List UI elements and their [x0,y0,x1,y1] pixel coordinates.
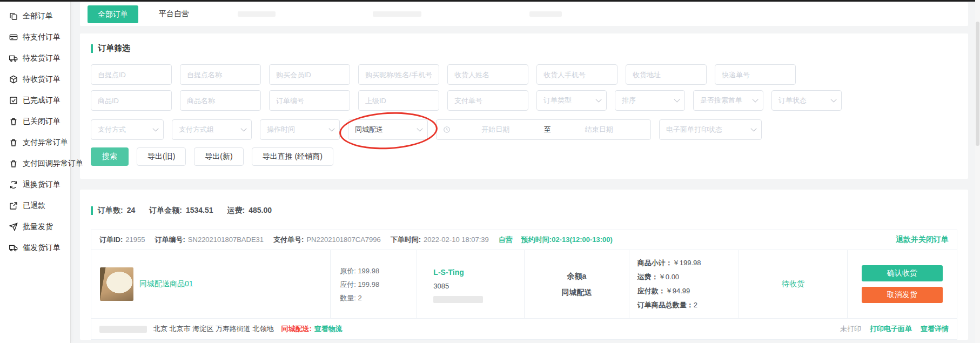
product-id-input[interactable] [91,91,171,110]
first-order-select[interactable]: 是否搜索首单 [693,90,763,111]
sidebar-menu: 全部订单 待支付订单 待发货订单 待收货订单 已完成订单 已关闭订单 支付异常订… [0,5,70,258]
sidebar-item-completed[interactable]: 已完成订单 [0,90,70,111]
parent-id-input[interactable] [359,91,439,110]
sidebar-item-pending-shipment[interactable]: 待发货订单 [0,48,70,69]
end-date-placeholder[interactable]: 结束日期 [554,125,645,134]
payment-no-input[interactable] [448,91,528,110]
sidebar: 全部订单 待支付订单 待发货订单 待收货订单 已完成订单 已关闭订单 支付异常订… [0,0,71,343]
buyer-name[interactable]: L-S-Ting [433,266,524,279]
chevron-down-icon [752,96,758,102]
date-range-picker[interactable]: 开始日期 至 结束日期 [436,119,651,140]
order-status-select[interactable]: 订单状态 [771,90,842,111]
sidebar-item-pending-payment[interactable]: 待支付订单 [0,26,70,48]
operation-time-select[interactable]: 操作时间 [260,119,340,140]
confirm-receipt-button[interactable]: 确认收货 [862,265,943,281]
copy-icon [9,12,18,21]
box-icon [9,75,18,84]
order-footer: 北京 北京市 海淀区 万寿路街道 北领地 同城配送: 查看物流 未打印 打印电子… [91,318,957,339]
pickup-id-input[interactable] [91,65,171,84]
order-item: 订单ID:21955 订单编号:SN2202101807BADE31 支付单号:… [91,230,957,340]
consignee-name-input[interactable] [448,65,528,84]
order-row: 同城配送商品01 原价: 199.98 应付: 199.98 数量: 2 L-S… [91,250,957,318]
main-content: 全部订单 平台自营 订单筛选 订单类型 排序 是否 [71,0,980,343]
order-sn-input[interactable] [270,91,350,110]
sidebar-item-label: 待发货订单 [23,53,61,63]
chevron-down-icon [830,96,836,102]
chevron-down-icon [750,125,756,131]
product-name-input[interactable] [180,91,260,110]
parent-id-field [358,90,439,111]
truck-icon [9,244,18,252]
product-name-field [180,90,261,111]
refund-and-close-link[interactable]: 退款并关闭订单 [896,235,949,245]
view-detail-link[interactable]: 查看详情 [921,324,949,334]
chevron-down-icon [595,96,601,102]
order-type-select[interactable]: 订单类型 [536,90,607,111]
redacted-tab [529,11,562,17]
sidebar-item-callback-exception[interactable]: 支付回调异常订单 [0,153,70,174]
refresh-icon [9,180,18,189]
pickup-name-field [180,64,261,85]
section-accent-bar [91,206,93,215]
sidebar-item-batch-shipment[interactable]: 批量发货 [0,216,70,237]
truck-icon [9,54,18,63]
tab-all-orders[interactable]: 全部订单 [88,5,138,23]
pickup-name-input[interactable] [180,65,260,84]
payable-price: 应付: 199.98 [340,278,417,291]
sidebar-item-payment-exception[interactable]: 支付异常订单 [0,132,70,153]
original-price: 原价: 199.98 [340,264,417,278]
sidebar-item-refunded[interactable]: 已退款 [0,195,70,216]
product-image[interactable] [100,267,133,301]
redacted-tab [238,11,276,17]
cancel-shipment-button[interactable]: 取消发货 [862,287,943,303]
check-square-icon [9,96,18,105]
product-cell: 同城配送商品01 [91,250,330,318]
consignee-phone-input[interactable] [537,65,617,84]
city-delivery-select[interactable]: 同城配送 [348,119,428,140]
subtotal: 商品小计：￥199.98 [637,256,739,270]
city-delivery-tag: 同城配送: [281,324,311,334]
pay-method-group-select[interactable]: 支付方式组 [172,119,252,140]
sidebar-item-return-exchange[interactable]: 退换货订单 [0,174,70,195]
tracking-no-input[interactable] [715,65,795,84]
order-sn-field [269,90,350,111]
sidebar-item-all-orders[interactable]: 全部订单 [0,5,70,26]
export-new-button[interactable]: 导出(新) [194,147,243,166]
sidebar-item-label: 批量发货 [23,222,53,232]
order-header: 订单ID:21955 订单编号:SN2202101807BADE31 支付单号:… [91,230,957,250]
sidebar-item-closed[interactable]: 已关闭订单 [0,111,70,132]
summary-order-amount: 订单金额:1534.51 [149,206,213,216]
filter-buttons-row: 搜索 导出(旧) 导出(新) 导出直推 (经销商) [91,147,957,166]
search-button[interactable]: 搜索 [91,147,129,166]
view-logistics-link[interactable]: 查看物流 [314,324,343,334]
buyer-member-id-input[interactable] [270,65,350,84]
export-direct-button[interactable]: 导出直推 (经销商) [252,147,333,166]
city-delivery-select-wrap: 同城配送 [348,119,428,140]
product-name-link[interactable]: 同城配送商品01 [139,279,193,289]
start-date-placeholder[interactable]: 开始日期 [451,125,541,134]
chevron-down-icon [328,125,334,131]
scrollbar-thumb[interactable] [976,22,979,146]
status-cell: 待收货 [739,250,847,318]
buyer-nickname-input[interactable] [359,65,439,84]
filter-row-3: 支付方式 支付方式组 操作时间 同城配送 开始日期 至 结束日期 电子面单打印状… [91,119,957,140]
chevron-down-icon [674,96,680,102]
page-scrollbar[interactable] [975,0,980,343]
print-eorder-link[interactable]: 打印电子面单 [870,324,912,334]
export-old-button[interactable]: 导出(旧) [137,147,186,166]
eorder-print-status-select[interactable]: 电子面单打印状态 [659,119,762,140]
payment-no-field [447,90,528,111]
address-input[interactable] [626,65,706,84]
sidebar-item-pending-receipt[interactable]: 待收货订单 [0,69,70,90]
sidebar-item-urge-shipment[interactable]: 催发货订单 [0,237,70,258]
sidebar-item-label: 已退款 [23,201,45,211]
tab-platform-self[interactable]: 平台自营 [159,9,189,19]
tracking-no-field [715,64,796,85]
order-sn: 订单编号:SN2202101807BADE31 [155,235,264,245]
summary-order-count: 订单数:24 [98,206,135,216]
sort-select[interactable]: 排序 [615,90,685,111]
totals-cell: 商品小计：￥199.98 运费：￥0.00 应付款：￥94.99 订单商品总数量… [629,250,739,318]
pay-method-select[interactable]: 支付方式 [91,119,164,140]
filter-section-title: 订单筛选 [91,43,957,53]
footer-right-links: 未打印 打印电子面单 查看详情 [840,324,949,334]
